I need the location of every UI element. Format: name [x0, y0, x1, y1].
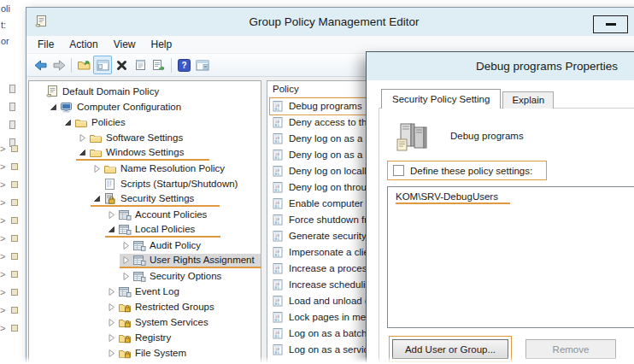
tree-item-system-services[interactable]: System Services	[29, 314, 261, 330]
tab-security-policy-setting[interactable]: Security Policy Setting	[381, 89, 501, 109]
expander-collapsed-icon[interactable]	[107, 287, 118, 296]
policy-item-label: Increase scheduling	[289, 279, 376, 290]
expander-collapsed-icon[interactable]	[121, 255, 132, 265]
titlebar[interactable]: Group Policy Management Editor	[26, 8, 634, 36]
back-icon	[33, 59, 48, 72]
security-icon	[103, 192, 118, 205]
tab-explain[interactable]: Explain	[502, 91, 554, 109]
svg-text:?: ?	[181, 61, 186, 70]
member-item: KOM\SRV-DebugUsers	[396, 191, 510, 204]
tree-item-label: Security Settings	[120, 193, 194, 203]
tree-item-account-policies[interactable]: Account Policies	[29, 207, 261, 222]
tree-item-scripts-startup-shutdown[interactable]: Scripts (Startup/Shutdown)	[29, 176, 261, 191]
expander-collapsed-icon[interactable]	[92, 164, 103, 173]
bg-folder-fragment-icon	[11, 199, 18, 206]
expander-collapsed-icon[interactable]	[107, 302, 118, 312]
policy-item-label: Load and unload de	[289, 296, 376, 306]
policy-doc-icon: 1001	[272, 149, 285, 161]
expander-collapsed-icon[interactable]	[107, 318, 118, 327]
folder-icon	[103, 163, 118, 174]
expander-collapsed-icon[interactable]	[78, 133, 89, 143]
script-icon	[103, 178, 118, 191]
export-folder-button[interactable]	[74, 56, 93, 74]
expander-expanded-icon[interactable]	[63, 118, 74, 127]
folder-lock-icon	[118, 302, 132, 313]
define-policy-label: Define these policy settings:	[410, 166, 532, 176]
members-listbox[interactable]: KOM\SRV-DebugUsers	[387, 186, 634, 328]
expander-expanded-icon[interactable]	[49, 103, 60, 112]
bg-chevron-icon: >	[0, 215, 5, 226]
svg-text:01: 01	[274, 204, 279, 208]
svg-text:01: 01	[274, 302, 279, 306]
tree-item-event-log[interactable]: Event Log	[29, 284, 261, 299]
policy-item-label: Deny access to this	[289, 117, 374, 127]
menu-file[interactable]: File	[30, 37, 62, 52]
menu-view[interactable]: View	[106, 37, 144, 52]
expander-expanded-icon[interactable]	[107, 225, 118, 234]
bg-folder-fragment-icon	[11, 181, 18, 188]
svg-text:01: 01	[274, 269, 279, 273]
tree-item-label: Local Policies	[135, 224, 195, 234]
tree-item-policies[interactable]: Policies	[29, 114, 261, 130]
tree-item-default-domain-policy[interactable]: Default Domain Policy	[29, 84, 261, 99]
tree-item-registry[interactable]: Registry	[29, 330, 261, 345]
policy-doc-icon: 1001	[272, 165, 285, 177]
tree-item-restricted-groups[interactable]: Restricted Groups	[29, 299, 261, 314]
server-icon	[394, 119, 431, 153]
define-policy-checkbox[interactable]	[393, 165, 404, 176]
tree-item-label: Audit Policy	[150, 240, 201, 250]
folder-icon	[89, 132, 103, 144]
policy-doc-icon: 1001	[272, 197, 285, 209]
forward-icon	[52, 59, 67, 72]
export-folder-icon	[77, 59, 91, 71]
expander-collapsed-icon[interactable]	[107, 210, 118, 220]
svg-text:01: 01	[274, 285, 279, 290]
tree-item-label: User Rights Assignment	[150, 255, 255, 265]
dialog-titlebar[interactable]: Debug programs Properties	[367, 52, 634, 80]
tree-item-label: Scripts (Startup/Shutdown)	[120, 179, 238, 189]
tree-item-software-settings[interactable]: Software Settings	[29, 130, 261, 145]
policy-item-label: Deny log on throug	[289, 182, 372, 192]
expander-collapsed-icon[interactable]	[107, 333, 118, 343]
svg-text:01: 01	[274, 156, 279, 160]
forward-button[interactable]	[50, 56, 68, 74]
tree-item-label: Computer Configuration	[77, 102, 181, 112]
tree-item-label: Security Options	[150, 271, 221, 281]
tree-item-user-rights-assignment[interactable]: User Rights Assignment	[29, 253, 261, 268]
svg-text:01: 01	[274, 188, 279, 192]
debug-programs-properties-dialog: Debug programs Properties Security Polic…	[366, 51, 634, 364]
expander-expanded-icon[interactable]	[92, 194, 103, 203]
menu-action[interactable]: Action	[62, 37, 105, 52]
menu-help[interactable]: Help	[144, 37, 180, 52]
policy-doc-icon: 1001	[272, 230, 285, 242]
tree-item-label: Restricted Groups	[135, 302, 214, 312]
expander-collapsed-icon[interactable]	[121, 272, 132, 281]
show-window-button[interactable]	[193, 56, 212, 74]
help-button[interactable]: ?	[174, 56, 193, 74]
expander-expanded-icon[interactable]	[78, 148, 89, 157]
tree-item-security-options[interactable]: Security Options	[29, 268, 261, 284]
tree-item-name-resolution-policy[interactable]: Name Resolution Policy	[29, 161, 261, 176]
bg-fragment-icon	[9, 120, 15, 129]
tree-item-local-policies[interactable]: Local Policies	[29, 222, 261, 238]
console-window-button[interactable]	[93, 56, 112, 74]
tree-item-audit-policy[interactable]: Audit Policy	[29, 238, 261, 253]
tree-item-windows-settings[interactable]: Windows Settings	[29, 145, 261, 161]
expander-collapsed-icon[interactable]	[121, 241, 132, 250]
tree-item-label: Default Domain Policy	[62, 86, 159, 97]
tree-item-computer-configuration[interactable]: Computer Configuration	[29, 99, 261, 114]
minimize-button[interactable]	[593, 15, 628, 33]
dialog-body: Security Policy SettingExplain Debug pro…	[367, 80, 634, 364]
background-window-fragments: olit:or>>>>>>>>>>>	[0, 0, 26, 364]
tree-item-label: Registry	[135, 332, 171, 343]
tree-item-security-settings[interactable]: Security Settings	[29, 191, 261, 207]
export-list-button[interactable]	[150, 56, 168, 74]
svg-text:01: 01	[274, 172, 279, 176]
delete-button[interactable]	[112, 56, 131, 74]
properties-button[interactable]	[131, 56, 150, 74]
back-button[interactable]	[31, 56, 50, 74]
policy-item-label: Force shutdown fro	[289, 214, 373, 225]
show-window-icon	[196, 60, 209, 71]
policy-item-label: Impersonate a clien	[289, 247, 374, 257]
folder-lock-icon	[118, 332, 132, 343]
